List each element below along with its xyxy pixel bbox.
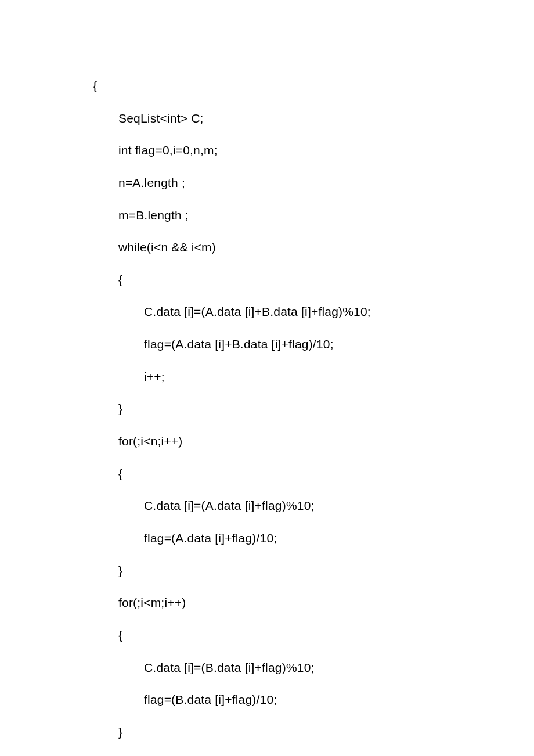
code-line: for(;i<n;i++) bbox=[93, 425, 488, 458]
code-line: } bbox=[93, 716, 488, 748]
code-line: { bbox=[93, 458, 488, 490]
code-line: m=B.length ; bbox=[93, 199, 488, 232]
code-line: flag=(A.data [i]+flag)/10; bbox=[93, 522, 488, 555]
code-line: { bbox=[93, 70, 488, 102]
code-line: int flag=0,i=0,n,m; bbox=[93, 134, 488, 167]
code-line: } bbox=[93, 393, 488, 425]
code-line: i++; bbox=[93, 361, 488, 393]
code-line: n=A.length ; bbox=[93, 167, 488, 199]
code-line: { bbox=[93, 264, 488, 296]
code-line: while(i<n && i<m) bbox=[93, 231, 488, 264]
code-line: SeqList<int> C; bbox=[93, 102, 488, 135]
code-line: { bbox=[93, 619, 488, 651]
code-line: flag=(B.data [i]+flag)/10; bbox=[93, 683, 488, 716]
code-line: C.length =max(m,n)+flag; bbox=[93, 748, 488, 756]
code-line: C.data [i]=(A.data [i]+flag)%10; bbox=[93, 489, 488, 522]
code-line: C.data [i]=(A.data [i]+B.data [i]+flag)%… bbox=[93, 296, 488, 328]
code-line: } bbox=[93, 555, 488, 587]
code-line: C.data [i]=(B.data [i]+flag)%10; bbox=[93, 651, 488, 684]
code-line: flag=(A.data [i]+B.data [i]+flag)/10; bbox=[93, 328, 488, 361]
code-block: {SeqList<int> C;int flag=0,i=0,n,m;n=A.l… bbox=[93, 70, 488, 756]
code-line: for(;i<m;i++) bbox=[93, 586, 488, 619]
